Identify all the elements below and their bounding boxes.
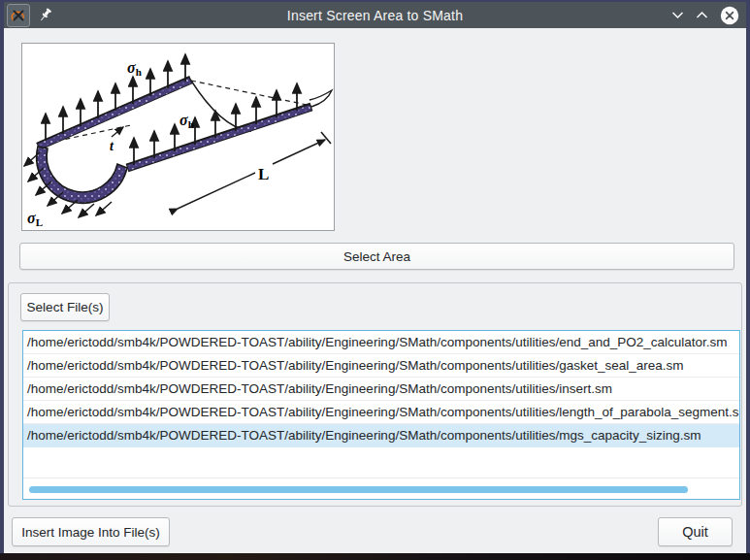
maximize-button[interactable] — [696, 11, 708, 19]
select-area-button[interactable]: Select Area — [19, 243, 734, 270]
screen-area-preview: σh σh σL t L — [21, 43, 335, 231]
horizontal-scrollbar-thumb[interactable] — [29, 486, 688, 493]
file-list-item-selected[interactable]: /home/erictodd/smb4k/POWDERED-TOAST/abil… — [23, 424, 739, 447]
insert-image-button[interactable]: Insert Image Into File(s) — [12, 517, 170, 546]
chevron-down-icon — [671, 11, 684, 19]
insert-screen-area-window: Insert Screen Area to SMath — [4, 2, 746, 554]
file-list: /home/erictodd/smb4k/POWDERED-TOAST/abil… — [22, 330, 740, 500]
hoop-stress-diagram: σh σh σL t L — [22, 44, 334, 230]
select-files-button[interactable]: Select File(s) — [20, 293, 110, 321]
quit-button[interactable]: Quit — [658, 517, 733, 546]
file-list-item[interactable]: /home/erictodd/smb4k/POWDERED-TOAST/abil… — [23, 331, 739, 354]
desktop-edge — [0, 553, 750, 560]
thickness-label: t — [110, 139, 114, 153]
chevron-up-icon — [696, 11, 708, 19]
sigma-l-label: σL — [27, 210, 43, 228]
sigma-h-label-front: σh — [179, 112, 194, 130]
file-list-item[interactable]: /home/erictodd/smb4k/POWDERED-TOAST/abil… — [23, 354, 739, 378]
file-list-item[interactable]: /home/erictodd/smb4k/POWDERED-TOAST/abil… — [23, 378, 739, 401]
file-group-box: Select File(s) /home/erictodd/smb4k/POWD… — [8, 282, 742, 507]
length-label: L — [258, 165, 269, 183]
window-content: σh σh σL t L Select Area Select File(s) … — [4, 28, 746, 554]
close-button[interactable] — [720, 6, 739, 25]
sigma-h-label-back: σh — [127, 59, 142, 78]
titlebar: Insert Screen Area to SMath — [4, 2, 746, 28]
select-area-label: Select Area — [343, 249, 410, 264]
insert-image-label: Insert Image Into File(s) — [21, 525, 160, 540]
scrollbar-track-separator — [23, 478, 739, 478]
window-title: Insert Screen Area to SMath — [4, 8, 746, 23]
file-list-item[interactable]: /home/erictodd/smb4k/POWDERED-TOAST/abil… — [23, 401, 739, 424]
minimize-button[interactable] — [671, 11, 684, 19]
quit-label: Quit — [682, 524, 708, 540]
select-files-label: Select File(s) — [27, 300, 104, 314]
circle-x-icon — [720, 6, 739, 25]
